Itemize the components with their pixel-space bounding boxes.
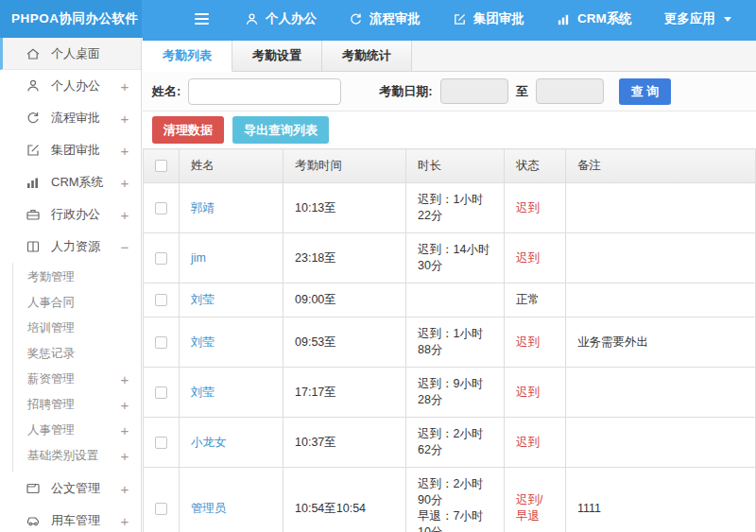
header-status: 状态: [505, 149, 566, 183]
main-content: 考勤列表 考勤设置 考勤统计 姓名: 考勤日期: 至 查 询 清理数据 导出查询…: [143, 38, 756, 532]
name-label: 姓名:: [152, 83, 180, 100]
duration: 迟到：1小时88分: [406, 317, 505, 368]
collapse-icon[interactable]: −: [118, 239, 131, 255]
sidebar-subitem-personnel-management[interactable]: 人事管理 +: [13, 418, 141, 443]
employee-link[interactable]: 管理员: [191, 502, 227, 515]
clean-data-button[interactable]: 清理数据: [152, 116, 224, 144]
sidebar-item-personal-desktop[interactable]: 个人桌面: [0, 38, 141, 70]
edit-icon: [26, 143, 41, 158]
expand-icon[interactable]: +: [118, 448, 131, 464]
sidebar-item-vehicle-management[interactable]: 用车管理 +: [0, 505, 141, 532]
date-from-input[interactable]: [440, 78, 508, 104]
sidebar-subitem-attendance-management[interactable]: 考勤管理: [13, 265, 141, 290]
expand-icon[interactable]: +: [118, 207, 131, 223]
row-checkbox[interactable]: [155, 503, 167, 515]
sidebar-item-workflow-approval[interactable]: 流程审批 +: [0, 102, 141, 134]
table-row: 管理员 10:54至10:54 迟到：2小时90分 早退：7小时10分 迟到/早…: [144, 468, 756, 532]
note: [566, 368, 756, 418]
expand-icon[interactable]: +: [118, 397, 131, 413]
book-icon: [26, 239, 41, 254]
employee-link[interactable]: jim: [191, 251, 206, 265]
row-checkbox[interactable]: [155, 437, 167, 449]
top-navbar: PHPOA协同办公软件 个人办公 流程审批 集团审批 CRM系统 更多应用: [0, 0, 756, 38]
expand-icon[interactable]: +: [118, 175, 131, 191]
duration: 迟到：2小时62分: [406, 418, 505, 468]
sidebar-subitem-training-management[interactable]: 培训管理: [13, 316, 141, 341]
sidebar-subitem-hr-contract[interactable]: 人事合同: [13, 290, 141, 316]
attendance-time: 09:53至: [284, 317, 406, 368]
header-note: 备注: [566, 149, 756, 183]
to-label: 至: [516, 83, 528, 100]
duration: 迟到：2小时90分 早退：7小时10分: [406, 468, 505, 532]
expand-icon[interactable]: +: [118, 513, 131, 529]
date-to-input[interactable]: [536, 78, 604, 104]
tab-attendance-settings[interactable]: 考勤设置: [232, 41, 322, 71]
table-row: 郭靖 10:13至 迟到：1小时22分 迟到: [144, 183, 756, 233]
sidebar-item-crm[interactable]: CRM系统 +: [0, 166, 141, 198]
car-icon: [26, 513, 41, 528]
home-icon: [26, 46, 41, 61]
tab-attendance-list[interactable]: 考勤列表: [143, 41, 232, 72]
filter-bar: 姓名: 考勤日期: 至 查 询: [143, 72, 756, 112]
sidebar-item-admin-office[interactable]: 行政办公 +: [0, 198, 141, 231]
sidebar-subitem-base-category-settings[interactable]: 基础类别设置 +: [13, 443, 141, 469]
search-button[interactable]: 查 询: [619, 78, 672, 105]
sidebar-subitem-reward-punishment[interactable]: 奖惩记录: [13, 341, 141, 367]
duration: 迟到：14小时30分: [406, 233, 505, 283]
header-time: 考勤时间: [284, 149, 406, 183]
nav-workflow-approval[interactable]: 流程审批: [349, 10, 421, 27]
flow-icon: [26, 111, 41, 126]
nav-crm[interactable]: CRM系统: [557, 10, 632, 27]
attendance-time: 17:17至: [284, 368, 406, 418]
sidebar-subitem-salary-management[interactable]: 薪资管理 +: [13, 367, 141, 392]
table-header-row: 姓名 考勤时间 时长 状态 备注: [144, 149, 756, 183]
attendance-time: 09:00至: [284, 283, 406, 317]
top-nav: 个人办公 流程审批 集团审批 CRM系统 更多应用: [191, 9, 731, 28]
row-checkbox[interactable]: [155, 336, 167, 349]
note: 1111: [566, 468, 756, 532]
expand-icon[interactable]: +: [118, 143, 131, 159]
row-checkbox[interactable]: [155, 202, 167, 215]
row-checkbox[interactable]: [155, 386, 167, 399]
menu-toggle-icon[interactable]: [191, 9, 213, 28]
expand-icon[interactable]: +: [118, 481, 131, 497]
header-select-all: [144, 149, 180, 183]
nav-group-approval[interactable]: 集团审批: [453, 10, 524, 27]
status-badge: 迟到: [505, 183, 566, 233]
sidebar-item-document-management[interactable]: 公文管理 +: [0, 472, 141, 505]
nav-personal-office[interactable]: 个人办公: [245, 10, 317, 27]
nav-more-apps[interactable]: 更多应用: [664, 10, 731, 27]
table-row: jim 23:18至 迟到：14小时30分 迟到: [144, 233, 756, 283]
row-checkbox[interactable]: [155, 252, 167, 265]
table-row: 刘莹 09:00至 正常: [144, 283, 756, 317]
tab-attendance-statistics[interactable]: 考勤统计: [322, 41, 412, 71]
employee-link[interactable]: 小龙女: [191, 436, 227, 449]
employee-link[interactable]: 刘莹: [191, 335, 215, 349]
expand-icon[interactable]: +: [118, 371, 131, 387]
app-logo: PHPOA协同办公软件: [0, 0, 142, 38]
expand-icon[interactable]: +: [118, 111, 131, 127]
employee-link[interactable]: 刘莹: [191, 293, 215, 306]
sidebar-item-hr[interactable]: 人力资源 −: [0, 231, 141, 263]
employee-link[interactable]: 刘莹: [191, 386, 215, 399]
sidebar-subitem-recruitment-management[interactable]: 招聘管理 +: [13, 392, 141, 418]
status-badge: 迟到: [505, 418, 566, 468]
sidebar-item-group-approval[interactable]: 集团审批 +: [0, 134, 141, 166]
chart-icon: [26, 175, 41, 190]
sidebar: 个人桌面 个人办公 + 流程审批 + 集团审批 + CRM系统 + 行政办公 +…: [0, 38, 142, 532]
flow-icon: [349, 12, 363, 26]
duration: 迟到：1小时22分: [406, 183, 505, 233]
sidebar-item-personal-office[interactable]: 个人办公 +: [0, 70, 141, 102]
export-list-button[interactable]: 导出查询列表: [232, 116, 329, 144]
status-badge: 迟到/早退: [505, 468, 566, 532]
expand-icon[interactable]: +: [118, 422, 131, 438]
hr-submenu: 考勤管理 人事合同 培训管理 奖惩记录 薪资管理 + 招聘管理 + 人事管理 +…: [12, 263, 141, 472]
edit-icon: [453, 12, 467, 26]
employee-link[interactable]: 郭靖: [191, 201, 215, 215]
select-all-checkbox[interactable]: [155, 160, 167, 172]
expand-icon[interactable]: +: [118, 78, 131, 94]
chart-icon: [557, 12, 571, 26]
row-checkbox[interactable]: [155, 294, 167, 306]
name-input[interactable]: [188, 78, 341, 105]
status-badge: 迟到: [505, 368, 566, 418]
